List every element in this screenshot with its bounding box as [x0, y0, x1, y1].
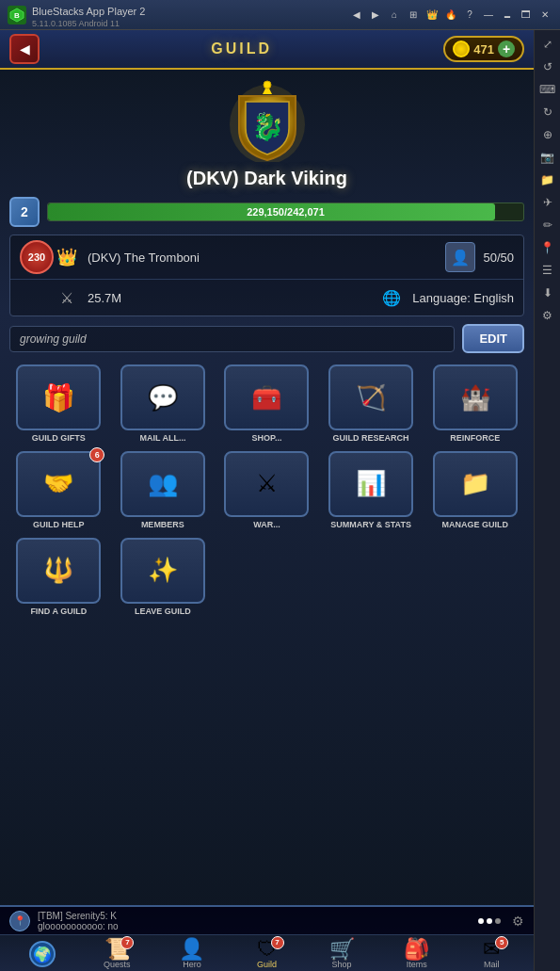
tab-shop[interactable]: 🛒 Shop: [304, 936, 379, 971]
find-icon: 🔱: [43, 556, 73, 585]
manage-icon: 📁: [460, 469, 490, 498]
shop-item[interactable]: 🧰 SHOP...: [217, 364, 316, 444]
summary-stats-item[interactable]: 📊 SUMMARY & STATS: [322, 451, 421, 530]
leave-guild-item[interactable]: ✨ LEAVE GUILD: [114, 538, 213, 617]
find-guild-icon-box[interactable]: 🔱: [16, 538, 101, 604]
manage-guild-icon-box[interactable]: 📁: [433, 451, 518, 517]
guild-emblem-section: 🐉 (DKV) Dark Viking: [9, 77, 524, 189]
shop-icon-box[interactable]: 🧰: [224, 364, 309, 430]
guild-research-item[interactable]: 🏹 GUILD RESEARCH: [322, 364, 421, 444]
sidebar-settings-icon[interactable]: ⚙: [537, 305, 558, 326]
stats-icon: 📊: [356, 469, 386, 498]
find-guild-label: FIND A GUILD: [30, 607, 87, 617]
game-area: ◀ GUILD 471 +: [0, 30, 534, 971]
tab-globe[interactable]: 🌍: [5, 936, 80, 971]
sidebar-location-icon[interactable]: 📍: [537, 237, 558, 258]
settings-btn[interactable]: ⚙: [512, 914, 524, 929]
sidebar-rotate-icon[interactable]: ↺: [537, 57, 558, 77]
guild-name: (DKV) Dark Viking: [9, 168, 524, 189]
dot-2: [487, 918, 492, 924]
guild-power-row: ⚔ 25.7M 🌐 Language: English: [10, 280, 523, 316]
war-icon-box[interactable]: ⚔: [224, 451, 309, 517]
action-grid-row1: 🎁 GUILD GIFTS 💬 MAIL ALL... 🧰 SHOP... 🏹: [9, 364, 524, 444]
mail-badge: 5: [495, 936, 508, 949]
app-version: 5.11.0.1085 Android 11: [32, 19, 349, 28]
crown-icon: 👑: [54, 244, 80, 270]
mail-all-icon-box[interactable]: 💬: [120, 364, 205, 430]
guild-help-label: GUILD HELP: [33, 520, 85, 530]
guild-gifts-item[interactable]: 🎁 GUILD GIFTS: [9, 364, 108, 444]
reinforce-label: REINFORCE: [450, 433, 500, 444]
sidebar-camera-icon[interactable]: 📷: [537, 147, 558, 168]
members-icon-box[interactable]: 👥: [120, 451, 205, 517]
action-grid-row3: 🔱 FIND A GUILD ✨ LEAVE GUILD: [9, 538, 524, 617]
game-header: ◀ GUILD 471 +: [0, 30, 534, 70]
sidebar-volume-icon[interactable]: ⊕: [537, 124, 558, 145]
sidebar-layers-icon[interactable]: ☰: [537, 260, 558, 281]
notification-bar: 📍 [TBM] Serenity5: K glooooooooooo: no ⚙: [0, 907, 534, 935]
guild-research-label: GUILD RESEARCH: [333, 433, 409, 444]
nav-forward-btn[interactable]: ▶: [368, 8, 383, 23]
tab-guild[interactable]: 🛡 7 Guild: [230, 936, 305, 971]
sidebar-folder-icon[interactable]: 📁: [537, 170, 558, 190]
guild-help-icon-box[interactable]: 6 🤝: [16, 451, 101, 517]
war-label: WAR...: [253, 520, 280, 530]
sidebar-fullscreen-icon[interactable]: ⤢: [537, 34, 558, 55]
bottom-nav: 📍 [TBM] Serenity5: K glooooooooooo: no ⚙…: [0, 905, 534, 971]
fire-btn[interactable]: 🔥: [443, 8, 458, 23]
guild-gifts-icon-box[interactable]: 🎁: [16, 364, 101, 430]
home-btn[interactable]: ⌂: [387, 8, 402, 23]
reinforce-icon-box[interactable]: 🏰: [433, 364, 518, 430]
xp-bar-container: 229,150/242,071: [47, 202, 524, 221]
xp-bar-text: 229,150/242,071: [247, 206, 325, 218]
svg-point-6: [264, 81, 271, 89]
add-currency-button[interactable]: +: [498, 40, 515, 57]
edit-button[interactable]: EDIT: [462, 324, 524, 353]
member-count: 50/50: [483, 251, 514, 265]
shop-tab-icon: 🛒: [328, 940, 355, 959]
guild-help-item[interactable]: 6 🤝 GUILD HELP: [9, 451, 108, 530]
tab-hero[interactable]: 👤 Hero: [154, 936, 230, 971]
guild-description: growing guild: [9, 326, 455, 352]
leave-guild-label: LEAVE GUILD: [135, 607, 191, 617]
summary-stats-icon-box[interactable]: 📊: [328, 451, 413, 517]
notification-dots: [478, 918, 501, 924]
mail-all-label: MAIL ALL...: [139, 433, 185, 444]
war-item[interactable]: ⚔ WAR...: [217, 451, 316, 530]
mail-all-item[interactable]: 💬 MAIL ALL...: [114, 364, 213, 444]
back-arrow-icon: ◀: [20, 41, 30, 57]
help-btn[interactable]: ?: [462, 8, 477, 23]
shop-icon: 🧰: [251, 383, 281, 413]
reinforce-icon: 🏰: [460, 383, 490, 413]
crown-btn[interactable]: 👑: [424, 8, 440, 23]
level-badge: 2: [9, 197, 40, 227]
right-sidebar: ⤢ ↺ ⌨ ↻ ⊕ 📷 📁 ✈ ✏ 📍 ☰ ⬇ ⚙: [534, 30, 560, 971]
manage-guild-item[interactable]: 📁 MANAGE GUILD: [425, 451, 524, 530]
currency-badge: 471 +: [443, 36, 524, 62]
sidebar-draw-icon[interactable]: ✏: [537, 215, 558, 235]
minimize-btn[interactable]: 🗕: [500, 8, 515, 23]
sidebar-airplane-icon[interactable]: ✈: [537, 192, 558, 213]
guild-leader-row: 230 👑 (DKV) The Tromboni 👤 50/50: [10, 235, 523, 280]
sidebar-download-icon[interactable]: ⬇: [537, 283, 558, 303]
guild-language: Language: English: [412, 291, 514, 305]
guild-research-icon-box[interactable]: 🏹: [328, 364, 413, 430]
sidebar-shake-icon[interactable]: ↻: [537, 102, 558, 122]
nav-back-btn[interactable]: ◀: [349, 8, 364, 23]
app-switcher-btn[interactable]: ⊞: [406, 8, 421, 23]
reinforce-item[interactable]: 🏰 REINFORCE: [425, 364, 524, 444]
svg-text:🐉: 🐉: [250, 111, 283, 142]
maximize-btn[interactable]: 🗖: [519, 8, 534, 23]
close-btn[interactable]: ✕: [537, 8, 552, 23]
find-guild-item[interactable]: 🔱 FIND A GUILD: [9, 538, 108, 617]
tab-quests[interactable]: 📜 7 Quests: [80, 936, 155, 971]
guild-leader-name: (DKV) The Tromboni: [88, 251, 438, 265]
members-item[interactable]: 👥 MEMBERS: [114, 451, 213, 530]
tab-mail[interactable]: ✉ 5 Mail: [454, 936, 529, 971]
page-title: GUILD: [40, 40, 443, 57]
leave-guild-icon-box[interactable]: ✨: [120, 538, 205, 604]
menu-btn[interactable]: —: [481, 8, 496, 23]
game-back-button[interactable]: ◀: [9, 34, 40, 64]
sidebar-keyboard-icon[interactable]: ⌨: [537, 79, 558, 100]
tab-items[interactable]: 🎒 Items: [379, 936, 455, 971]
